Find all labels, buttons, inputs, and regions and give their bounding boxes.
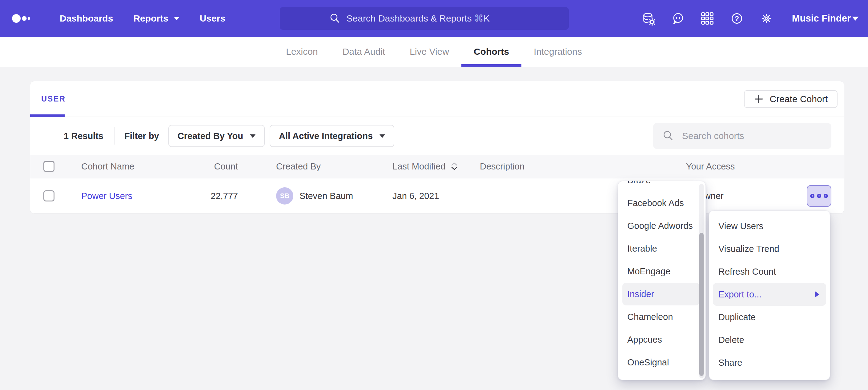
col-created-by: Created By [276,155,321,178]
mixpanel-logo-dots [11,12,45,25]
search-icon [329,13,340,24]
row-context-menu: View Users Visualize Trend Refresh Count… [709,210,830,380]
filter-integrations-dropdown[interactable]: All Active Integrations [270,125,394,147]
nav-item-reports[interactable]: Reports [133,13,179,24]
table-row: Power Users 22,777 SB Steven Baum Jan 6,… [30,178,844,214]
submenu-item-chameleon[interactable]: Chameleon [618,305,706,328]
data-management-icon[interactable] [641,11,655,26]
results-count: 1 Results [64,131,103,141]
cohort-search[interactable] [653,123,831,149]
apps-grid-icon[interactable] [700,11,714,26]
submenu-item-insider[interactable]: Insider [622,283,699,305]
menu-item-share[interactable]: Share [709,351,830,374]
submenu-item-onesignal[interactable]: OneSignal [618,351,706,374]
last-modified-date: Jan 6, 2021 [393,178,439,214]
cohort-search-input[interactable] [681,130,818,141]
export-submenu: Braze Facebook Ads Google Adwords Iterab… [618,181,706,380]
project-name: Music Finder [792,13,851,24]
project-selector[interactable]: Music Finder [789,13,859,24]
top-nav: Dashboards Reports Users [0,0,868,37]
settings-gear-icon[interactable] [760,11,774,26]
filter-created-by-dropdown[interactable]: Created By You [168,125,265,147]
cohorts-panel: USER Create Cohort 1 Results Filter by C… [30,81,844,214]
submenu-item-moengage[interactable]: MoEngage [618,260,706,283]
row-checkbox[interactable] [43,190,55,201]
feedback-icon[interactable] [671,11,685,26]
search-icon [662,130,674,142]
nav-item-dashboards[interactable]: Dashboards [60,13,113,24]
row-actions-button[interactable] [807,185,831,207]
tab-live-view[interactable]: Live View [397,37,461,67]
global-search[interactable] [280,7,569,30]
select-all-checkbox[interactable] [43,161,55,172]
global-search-input[interactable] [346,13,520,24]
nav-item-users[interactable]: Users [200,13,225,24]
tab-lexicon[interactable]: Lexicon [274,37,330,67]
more-dots-icon [810,194,814,198]
submenu-scrollbar-thumb[interactable] [699,233,704,376]
caret-down-icon [379,134,385,138]
avatar: SB [276,187,293,204]
col-count: Count [172,155,238,178]
col-your-access: Your Access [664,155,756,178]
submenu-item-appcues[interactable]: Appcues [618,328,706,351]
filter-by-label: Filter by [124,131,159,141]
submenu-arrow-icon [815,291,819,297]
menu-item-visualize-trend[interactable]: Visualize Trend [709,237,830,260]
caret-down-icon [852,17,859,21]
col-last-modified[interactable]: Last Modified [393,155,459,178]
panel-header: USER Create Cohort [30,81,844,117]
help-icon[interactable]: ? [730,11,744,26]
table-header: Cohort Name Count Created By Last Modifi… [30,155,844,178]
tab-integrations[interactable]: Integrations [521,37,594,67]
table-toolbar: 1 Results Filter by Created By You All A… [30,117,844,155]
caret-down-icon [250,134,255,138]
created-by-name: Steven Baum [300,191,353,201]
col-cohort-name: Cohort Name [81,155,134,178]
menu-item-refresh-count[interactable]: Refresh Count [709,260,830,283]
divider [114,127,115,144]
svg-text:?: ? [735,15,739,23]
submenu-item-google-adwords[interactable]: Google Adwords [618,215,706,237]
create-cohort-button[interactable]: Create Cohort [744,90,838,108]
section-tabs: Lexicon Data Audit Live View Cohorts Int… [0,37,868,67]
menu-item-duplicate[interactable]: Duplicate [709,306,830,328]
tab-data-audit[interactable]: Data Audit [330,37,397,67]
sort-icon [450,161,459,171]
cohort-name-link[interactable]: Power Users [81,191,132,201]
menu-item-view-users[interactable]: View Users [709,215,830,237]
col-description: Description [480,155,525,178]
tab-user-cohorts[interactable]: USER [30,81,76,117]
caret-down-icon [174,17,180,20]
menu-item-export-to[interactable]: Export to... [713,283,826,306]
menu-item-delete[interactable]: Delete [709,328,830,351]
submenu-item-iterable[interactable]: Iterable [618,237,706,260]
plus-icon [754,94,764,104]
tab-cohorts[interactable]: Cohorts [461,37,521,67]
submenu-item-facebook-ads[interactable]: Facebook Ads [618,192,706,215]
submenu-item-braze[interactable]: Braze [618,181,706,192]
cohort-count: 22,777 [172,178,238,214]
